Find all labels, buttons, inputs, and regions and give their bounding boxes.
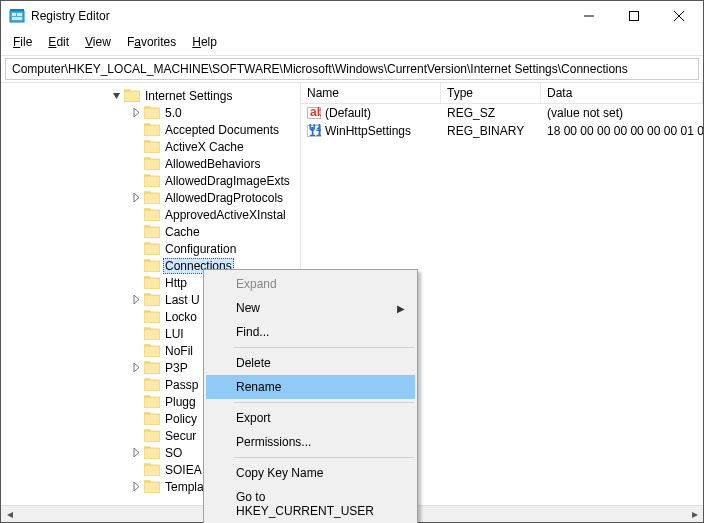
menu-view[interactable]: View <box>79 33 117 51</box>
svg-rect-17 <box>144 227 160 238</box>
tree-node-label: AllowedBehaviors <box>163 157 262 171</box>
close-button[interactable] <box>656 2 701 30</box>
tree-node-label: ApprovedActiveXInstal <box>163 208 288 222</box>
menu-separator <box>234 402 414 403</box>
value-type: REG_SZ <box>441 106 541 120</box>
tree-node-label: Configuration <box>163 242 238 256</box>
tree-node[interactable]: 5.0 <box>1 104 300 121</box>
value-name: (Default) <box>325 106 371 120</box>
expander-icon[interactable] <box>129 191 143 205</box>
tree-node[interactable]: ActiveX Cache <box>1 138 300 155</box>
tree-node-label: SO <box>163 446 184 460</box>
tree-node-label: Cache <box>163 225 202 239</box>
value-data: (value not set) <box>541 106 703 120</box>
address-bar[interactable]: Computer\HKEY_LOCAL_MACHINE\SOFTWARE\Mic… <box>5 58 699 80</box>
maximize-button[interactable] <box>611 2 656 30</box>
expander-icon[interactable] <box>129 480 143 494</box>
tree-node-label: Last U <box>163 293 202 307</box>
svg-rect-11 <box>144 125 160 136</box>
svg-rect-28 <box>144 414 160 425</box>
svg-rect-22 <box>144 312 160 323</box>
list-header: Name Type Data <box>301 83 703 104</box>
tree-node-label: SOIEA <box>163 463 204 477</box>
svg-rect-12 <box>144 142 160 153</box>
menu-bar: File Edit View Favorites Help <box>1 31 703 56</box>
value-name: WinHttpSettings <box>325 124 411 138</box>
menu-rename[interactable]: Rename <box>206 375 415 399</box>
tree-node-label: LUI <box>163 327 186 341</box>
value-type: REG_BINARY <box>441 124 541 138</box>
svg-rect-30 <box>144 448 160 459</box>
tree-node-label: Passp <box>163 378 200 392</box>
svg-rect-23 <box>144 329 160 340</box>
tree-node[interactable]: AllowedDragImageExts <box>1 172 300 189</box>
tree-node[interactable]: AllowedDragProtocols <box>1 189 300 206</box>
menu-help[interactable]: Help <box>186 33 223 51</box>
expander-icon[interactable] <box>129 106 143 120</box>
svg-rect-31 <box>144 465 160 476</box>
value-data: 18 00 00 00 00 00 00 00 01 00 0 <box>541 124 703 138</box>
menu-file[interactable]: File <box>7 33 38 51</box>
menu-favorites[interactable]: Favorites <box>121 33 182 51</box>
column-data[interactable]: Data <box>541 83 703 103</box>
svg-rect-26 <box>144 380 160 391</box>
tree-node-label: Accepted Documents <box>163 123 281 137</box>
minimize-button[interactable] <box>566 2 611 30</box>
svg-rect-19 <box>144 261 160 272</box>
svg-rect-3 <box>12 17 22 20</box>
menu-new[interactable]: New▶ <box>206 296 415 320</box>
menu-separator <box>234 347 414 348</box>
scroll-left-icon[interactable]: ◂ <box>1 506 18 523</box>
tree-node-label: Locko <box>163 310 199 324</box>
menu-delete[interactable]: Delete <box>206 351 415 375</box>
tree-node-label: Policy <box>163 412 199 426</box>
svg-text:110: 110 <box>309 125 321 138</box>
tree-node[interactable]: AllowedBehaviors <box>1 155 300 172</box>
list-row[interactable]: 011110WinHttpSettingsREG_BINARY18 00 00 … <box>301 122 703 140</box>
svg-text:ab: ab <box>310 106 321 119</box>
expander-icon[interactable] <box>109 89 123 103</box>
menu-goto-hkcu[interactable]: Go to HKEY_CURRENT_USER <box>206 485 415 523</box>
column-name[interactable]: Name <box>301 83 441 103</box>
svg-rect-4 <box>10 9 24 11</box>
context-menu: Expand New▶ Find... Delete Rename Export… <box>203 269 418 523</box>
expander-icon[interactable] <box>129 361 143 375</box>
svg-rect-25 <box>144 363 160 374</box>
titlebar: Registry Editor <box>1 1 703 31</box>
menu-edit[interactable]: Edit <box>42 33 75 51</box>
menu-expand[interactable]: Expand <box>206 272 415 296</box>
svg-rect-15 <box>144 193 160 204</box>
menu-separator <box>234 457 414 458</box>
menu-find[interactable]: Find... <box>206 320 415 344</box>
tree-node-label: Secur <box>163 429 198 443</box>
menu-export[interactable]: Export <box>206 406 415 430</box>
tree-node-label: 5.0 <box>163 106 184 120</box>
svg-rect-24 <box>144 346 160 357</box>
window-controls <box>566 2 701 30</box>
svg-rect-16 <box>144 210 160 221</box>
scroll-right-icon[interactable]: ▸ <box>686 506 703 523</box>
window-title: Registry Editor <box>31 9 566 23</box>
tree-node[interactable]: Cache <box>1 223 300 240</box>
list-row[interactable]: ab(Default)REG_SZ(value not set) <box>301 104 703 122</box>
svg-rect-14 <box>144 176 160 187</box>
tree-node-label: ActiveX Cache <box>163 140 246 154</box>
list-body: ab(Default)REG_SZ(value not set)011110Wi… <box>301 104 703 140</box>
svg-rect-9 <box>124 91 140 102</box>
svg-rect-32 <box>144 482 160 493</box>
tree-node-label: AllowedDragProtocols <box>163 191 285 205</box>
svg-rect-2 <box>17 13 22 16</box>
menu-permissions[interactable]: Permissions... <box>206 430 415 454</box>
svg-rect-18 <box>144 244 160 255</box>
tree-node-root[interactable]: Internet Settings <box>1 87 300 104</box>
tree-node-label: Internet Settings <box>143 89 234 103</box>
svg-rect-6 <box>629 12 638 21</box>
svg-rect-1 <box>12 13 16 16</box>
tree-node[interactable]: ApprovedActiveXInstal <box>1 206 300 223</box>
tree-node[interactable]: Configuration <box>1 240 300 257</box>
tree-node[interactable]: Accepted Documents <box>1 121 300 138</box>
menu-copy-key-name[interactable]: Copy Key Name <box>206 461 415 485</box>
expander-icon[interactable] <box>129 293 143 307</box>
column-type[interactable]: Type <box>441 83 541 103</box>
expander-icon[interactable] <box>129 446 143 460</box>
